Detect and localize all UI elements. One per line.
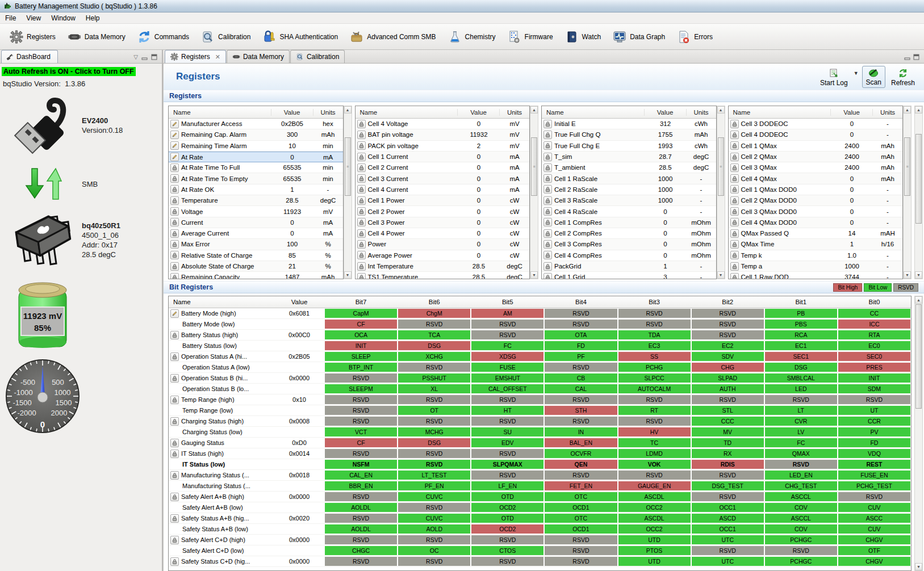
toolbar-firmware[interactable]: Firmware [503, 27, 558, 47]
bit-row-battery-status-low[interactable]: Battery Status (low)INITDSGFCFDEC3EC2EC1… [169, 341, 911, 351]
register-row-cell-1-current[interactable]: Cell 1 Current0mA [356, 152, 530, 162]
toolbar-errors[interactable]: Errors [672, 27, 717, 47]
tab-calibration[interactable]: Calibration [290, 50, 345, 63]
start-log-dropdown[interactable]: ▼ [854, 70, 859, 76]
locked-icon[interactable] [357, 174, 366, 183]
locked-icon[interactable] [170, 471, 179, 480]
bit-row-safety-status-c-d-hig[interactable]: Safety Status C+D (hig...0x0000RSVDRSVDR… [169, 556, 911, 567]
register-row-at-rate[interactable]: At Rate0mA [169, 152, 343, 162]
locked-icon[interactable] [170, 207, 179, 216]
locked-icon[interactable] [357, 141, 366, 150]
register-row-cell-3-qmax-dod0[interactable]: Cell 3 QMax DOD00- [729, 206, 903, 217]
locked-icon[interactable] [543, 207, 552, 216]
register-row-true-full-chg-q[interactable]: True Full Chg Q1755mAh [542, 129, 716, 140]
locked-icon[interactable] [170, 450, 179, 458]
locked-icon[interactable] [170, 196, 179, 205]
bit-column-header-bit4[interactable]: Bit4 [544, 299, 617, 305]
register-row-cell-2-qmax-dod0[interactable]: Cell 2 QMax DOD00- [729, 195, 903, 206]
register-row-remaining-time-alarm[interactable]: Remaining Time Alarm10min [169, 141, 343, 152]
column-header-name[interactable]: Name [169, 109, 271, 116]
bit-column-header-bit7[interactable]: Bit7 [324, 299, 398, 305]
scroll-thumb[interactable] [915, 134, 922, 224]
register-row-cell-3-power[interactable]: Cell 3 Power0cW [356, 217, 530, 228]
register-row-remaining-capacity[interactable]: Remaining Capacity1487mAh [169, 272, 343, 279]
toolbar-data-memory[interactable]: Data Memory [62, 27, 130, 47]
locked-icon[interactable] [543, 251, 552, 259]
locked-icon[interactable] [170, 251, 179, 259]
scroll-down-arrow[interactable]: ▼ [904, 271, 911, 279]
scroll-thumb[interactable]: ≡ [904, 137, 910, 196]
register-row-max-error[interactable]: Max Error100% [169, 239, 343, 250]
column-header-name[interactable]: Name [356, 109, 458, 116]
minimize-view-icon[interactable] [141, 54, 148, 60]
tab-registers[interactable]: Registers✕ [165, 50, 226, 63]
locked-icon[interactable] [170, 557, 179, 566]
register-row-temperature[interactable]: Temperature28.5degC [169, 195, 343, 206]
edit-pencil-icon[interactable] [170, 131, 179, 139]
locked-icon[interactable] [170, 240, 179, 249]
bit-row-gauging-status[interactable]: Gauging Status0xD0CFDSGEDVBAL_ENTCTDFCFD [169, 438, 911, 448]
locked-icon[interactable] [543, 196, 552, 205]
locked-icon[interactable] [357, 251, 366, 259]
scroll-down-arrow[interactable]: ▼ [915, 271, 922, 279]
locked-icon[interactable] [730, 218, 739, 226]
register-row-cell-2-qmax[interactable]: Cell 2 QMax2400mAh [729, 152, 903, 162]
register-row-t-sim[interactable]: T_sim28.7degC [542, 152, 716, 162]
toolbar-advanced-comm-smb[interactable]: Advanced Comm SMB [345, 27, 440, 47]
register-group-scrollbar[interactable]: ▲≡▼ [530, 106, 538, 279]
locked-icon[interactable] [170, 536, 179, 544]
register-group-scrollbar[interactable]: ▲≡▼ [344, 106, 352, 279]
register-row-ts1-temperature[interactable]: TS1 Temperature28.5degC [356, 272, 530, 279]
scan-button[interactable]: Scan [862, 66, 885, 88]
toolbar-chemistry[interactable]: Chemistry [443, 27, 500, 47]
register-row-true-full-chg-e[interactable]: True Full Chg E1993cWh [542, 141, 716, 152]
locked-icon[interactable] [730, 120, 739, 128]
bit-column-header-value[interactable]: Value [274, 299, 324, 305]
toolbar-sha-authentication[interactable]: SHA Authentication [257, 27, 342, 47]
locked-icon[interactable] [170, 417, 179, 426]
bit-row-safety-status-a-b-low[interactable]: Safety Status A+B (low)AOLDLAOLDOCD2OCD1… [169, 524, 911, 535]
locked-icon[interactable] [543, 120, 552, 128]
locked-icon[interactable] [543, 174, 552, 183]
locked-icon[interactable] [730, 207, 739, 216]
register-row-cell-4-rascale[interactable]: Cell 4 RaScale0- [542, 206, 716, 217]
register-row-current[interactable]: Current0mA [169, 217, 343, 228]
register-row-qmax-passed-q[interactable]: QMax Passed Q14mAH [729, 228, 903, 239]
bit-row-operation-status-b-hi[interactable]: Operation Status B (hi...0x0000RSVDPSSHU… [169, 373, 911, 384]
locked-icon[interactable] [730, 131, 739, 139]
locked-icon[interactable] [357, 120, 366, 128]
bit-row-battery-mode-high[interactable]: Battery Mode (high)0x6081CapMChgMAMRSVDR… [169, 308, 911, 319]
toolbar-watch[interactable]: Watch [560, 27, 606, 47]
column-header-name[interactable]: Name [542, 109, 645, 116]
bit-row-it-status-low[interactable]: IT Status (low)NSFMRSVDSLPQMAXQENVOKRDIS… [169, 459, 911, 470]
bit-column-header-bit0[interactable]: Bit0 [838, 299, 911, 305]
locked-icon[interactable] [730, 153, 739, 161]
menu-view[interactable]: View [21, 13, 46, 23]
locked-icon[interactable] [543, 131, 552, 139]
bit-column-header-name[interactable]: Name [169, 299, 274, 305]
scroll-thumb[interactable]: ≡ [718, 137, 724, 196]
locked-icon[interactable] [730, 229, 739, 238]
column-header-units[interactable]: Units [873, 109, 902, 116]
bit-row-charging-status-high[interactable]: Charging Status (high)0x0008RSVDRSVDRSVD… [169, 416, 911, 427]
locked-icon[interactable] [357, 185, 366, 194]
register-row-cell-4-qmax-dod0[interactable]: Cell 4 QMax DOD00- [729, 217, 903, 228]
bit-column-header-bit1[interactable]: Bit1 [764, 299, 838, 305]
start-log-button[interactable]: Start Log [817, 67, 851, 88]
locked-icon[interactable] [170, 352, 179, 361]
locked-icon[interactable] [543, 273, 552, 279]
register-row-average-current[interactable]: Average Current0mA [169, 228, 343, 239]
locked-icon[interactable] [170, 514, 179, 523]
register-row-cell-4-dodeoc[interactable]: Cell 4 DODEOC0- [729, 129, 903, 140]
register-row-remaining-cap-alarm[interactable]: Remaining Cap. Alarm300mAh [169, 129, 343, 140]
bit-row-operation-status-a-low[interactable]: Operation Status A (low)BTP_INTRSVDFUSER… [169, 362, 911, 373]
bit-row-temp-range-high[interactable]: Temp Range (high)0x10RSVDRSVDRSVDRSVDRSV… [169, 394, 911, 405]
locked-icon[interactable] [543, 218, 552, 226]
register-row-temp-a[interactable]: Temp a1000- [729, 261, 903, 272]
register-row-cell-3-dodeoc[interactable]: Cell 3 DODEOC0- [729, 119, 903, 129]
toolbar-commands[interactable]: Commands [132, 27, 194, 47]
edit-pencil-icon[interactable] [170, 153, 179, 161]
scroll-thumb[interactable]: ≡ [345, 137, 351, 196]
minimize-editor-icon[interactable] [904, 54, 910, 60]
register-row-cell-2-power[interactable]: Cell 2 Power0cW [356, 206, 530, 217]
